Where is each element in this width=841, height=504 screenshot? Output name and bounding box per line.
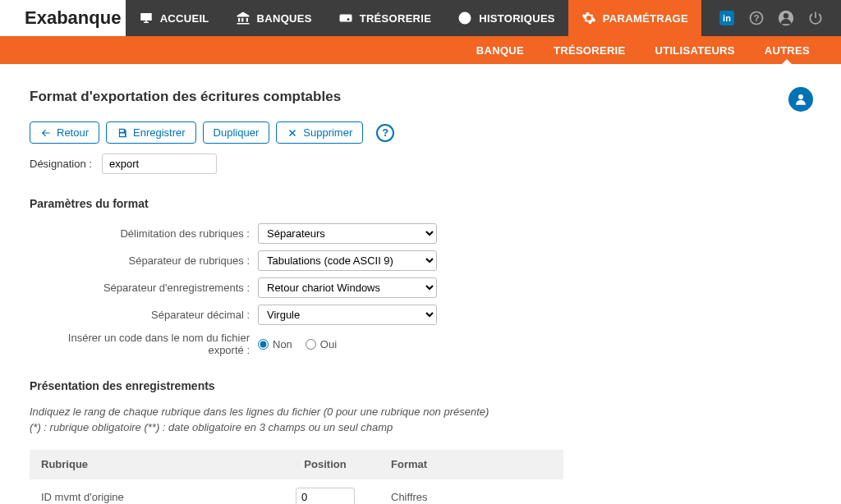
nav-label: ACCUEIL	[160, 12, 209, 25]
nav-label: BANQUES	[257, 12, 312, 25]
close-icon	[287, 127, 298, 139]
hint-line-1: Indiquez le rang de chaque rubrique dans…	[30, 405, 811, 418]
svg-text:?: ?	[753, 12, 759, 23]
presentation-section-title: Présentation des enregistrements	[30, 379, 811, 392]
nav-tresorerie[interactable]: TRÉSORERIE	[325, 0, 445, 36]
th-rubrique: Rubrique	[30, 450, 268, 479]
sub-nav: BANQUE TRÉSORERIE UTILISATEURS AUTRES	[0, 36, 841, 64]
svg-point-4	[798, 94, 803, 99]
brand-bold: Exa	[25, 7, 57, 28]
th-format: Format	[383, 450, 563, 479]
nav-right: in ?	[701, 0, 841, 36]
select-sep-enreg[interactable]: Retour chariot Windows	[258, 277, 437, 298]
th-position: Position	[268, 450, 383, 479]
row-sep-rubriques: Séparateur de rubriques : Tabulations (c…	[30, 250, 811, 271]
row-sep-decimal: Séparateur décimal : Virgule	[30, 305, 811, 325]
select-sep-rubriques[interactable]: Tabulations (code ASCII 9)	[258, 250, 437, 271]
table-header-row: Rubrique Position Format	[30, 450, 563, 479]
top-nav: Exabanque ACCUEIL BANQUES TRÉSORERIE HIS…	[0, 0, 841, 36]
radio-oui-wrap[interactable]: Oui	[306, 338, 337, 351]
table-row: ID mvmt d'origine Chiffres	[30, 479, 563, 505]
bank-icon	[236, 11, 250, 25]
radio-non-wrap[interactable]: Non	[258, 338, 292, 351]
rubriques-table: Rubrique Position Format ID mvmt d'origi…	[30, 450, 563, 504]
help-icon[interactable]: ?	[747, 9, 765, 27]
subnav-utilisateurs[interactable]: UTILISATEURS	[641, 36, 750, 64]
arrow-left-icon	[40, 127, 52, 139]
designation-label: Désignation :	[30, 158, 95, 170]
hint-line-2: (*) : rubrique obligatoire (**) : date o…	[30, 421, 811, 433]
row-sep-enreg: Séparateur d'enregistrements : Retour ch…	[30, 277, 811, 298]
row-delimitation: Délimitation des rubriques : Séparateurs	[30, 223, 811, 244]
user-avatar-badge[interactable]	[788, 87, 813, 112]
save-icon	[117, 127, 128, 139]
save-button[interactable]: Enregistrer	[106, 121, 196, 144]
label-sep-rubriques: Séparateur de rubriques :	[30, 254, 250, 267]
select-sep-decimal[interactable]: Virgule	[258, 305, 437, 325]
main-nav: ACCUEIL BANQUES TRÉSORERIE HISTORIQUES P…	[126, 0, 701, 36]
subnav-autres[interactable]: AUTRES	[750, 36, 825, 64]
designation-input[interactable]	[102, 153, 217, 174]
clock-icon	[457, 11, 472, 25]
nav-historiques[interactable]: HISTORIQUES	[444, 0, 568, 36]
wallet-icon	[338, 11, 353, 25]
radio-oui[interactable]	[306, 339, 316, 350]
delete-button[interactable]: Supprimer	[276, 121, 363, 144]
label-insert-code: Insérer un code dans le nom du fichier e…	[30, 332, 250, 356]
cell-rubrique: ID mvmt d'origine	[30, 479, 268, 505]
brand-logo[interactable]: Exabanque	[0, 0, 126, 36]
designation-row: Désignation :	[30, 153, 811, 174]
subnav-banque[interactable]: BANQUE	[462, 36, 539, 64]
cell-format: Chiffres	[383, 479, 563, 505]
position-input[interactable]	[296, 488, 355, 504]
profile-icon[interactable]	[777, 9, 795, 27]
params-section-title: Paramètres du format	[30, 197, 811, 210]
back-button[interactable]: Retour	[30, 121, 99, 144]
radio-non[interactable]	[258, 339, 269, 350]
brand-rest: banque	[57, 7, 121, 28]
monitor-icon	[139, 11, 154, 25]
svg-point-3	[784, 13, 788, 18]
nav-banques[interactable]: BANQUES	[223, 0, 325, 36]
nav-parametrage[interactable]: PARAMÉTRAGE	[568, 0, 701, 36]
label-delimitation: Délimitation des rubriques :	[30, 227, 250, 240]
page-title: Format d'exportation des écritures compt…	[30, 89, 811, 105]
action-row: Retour Enregistrer Dupliquer Supprimer ?	[30, 121, 811, 144]
power-icon[interactable]	[807, 9, 825, 27]
subnav-tresorerie[interactable]: TRÉSORERIE	[539, 36, 641, 64]
radio-group-insert-code: Non Oui	[258, 338, 337, 351]
main-content: Format d'exportation des écritures compt…	[0, 64, 841, 504]
duplicate-button[interactable]: Dupliquer	[203, 121, 270, 144]
label-sep-enreg: Séparateur d'enregistrements :	[30, 282, 250, 294]
nav-label: PARAMÉTRAGE	[603, 12, 688, 25]
label-sep-decimal: Séparateur décimal :	[30, 309, 250, 321]
help-circle[interactable]: ?	[376, 124, 394, 142]
gear-icon	[581, 11, 596, 25]
row-insert-code: Insérer un code dans le nom du fichier e…	[30, 332, 811, 356]
nav-accueil[interactable]: ACCUEIL	[126, 0, 223, 36]
linkedin-icon[interactable]: in	[718, 9, 736, 27]
params-form: Délimitation des rubriques : Séparateurs…	[30, 223, 811, 356]
nav-label: HISTORIQUES	[479, 12, 555, 25]
cell-position	[268, 479, 383, 505]
select-delimitation[interactable]: Séparateurs	[258, 223, 437, 244]
nav-label: TRÉSORERIE	[360, 12, 432, 25]
